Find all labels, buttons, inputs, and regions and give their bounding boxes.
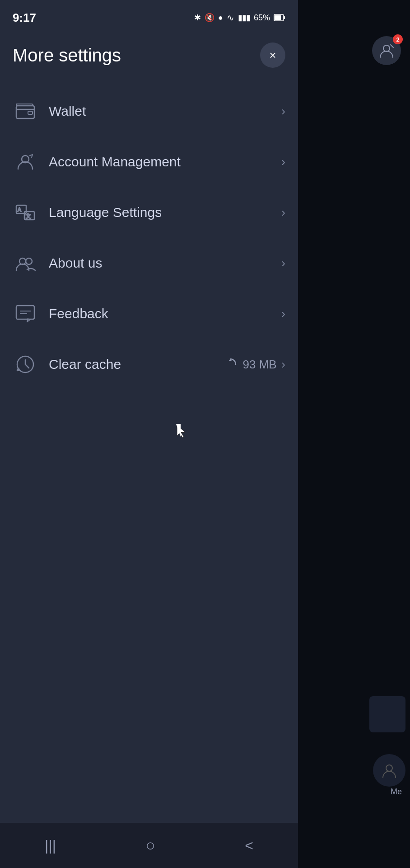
- menu-item-clear-cache[interactable]: Clear cache 93 MB ›: [0, 339, 298, 390]
- menu-item-language[interactable]: A 文 Language Settings ›: [0, 187, 298, 238]
- wifi-icon: ∿: [227, 12, 234, 23]
- language-right: ›: [281, 205, 285, 220]
- about-chevron: ›: [281, 256, 285, 270]
- refresh-icon: [222, 356, 238, 373]
- about-label: About us: [49, 255, 281, 271]
- bottom-avatar: [373, 754, 405, 787]
- nav-back-button[interactable]: <: [231, 833, 267, 859]
- clear-cache-icon: [13, 352, 38, 377]
- wallet-label: Wallet: [49, 104, 281, 119]
- about-icon: [13, 250, 38, 276]
- battery-icon: [274, 14, 285, 21]
- menu-item-about[interactable]: About us ›: [0, 238, 298, 288]
- svg-point-1: [386, 765, 392, 771]
- feedback-chevron: ›: [281, 307, 285, 321]
- clear-cache-chevron: ›: [281, 357, 285, 372]
- me-label: Me: [391, 787, 402, 797]
- svg-rect-4: [275, 15, 281, 20]
- cache-size: 93 MB: [243, 358, 277, 372]
- language-label: Language Settings: [49, 205, 281, 220]
- account-right: ›: [281, 155, 285, 169]
- about-right: ›: [281, 256, 285, 270]
- feedback-label: Feedback: [49, 306, 281, 321]
- svg-text:A: A: [18, 207, 21, 213]
- svg-text:文: 文: [26, 213, 31, 219]
- clear-cache-right: 93 MB ›: [222, 356, 285, 373]
- menu-list: Wallet › Account Management ›: [0, 77, 298, 399]
- svg-rect-5: [16, 106, 34, 118]
- page-title: More settings: [13, 45, 121, 66]
- thumbnail-area: [369, 696, 405, 732]
- header: More settings ×: [0, 32, 298, 77]
- wallet-chevron: ›: [281, 104, 285, 118]
- feedback-right: ›: [281, 307, 285, 321]
- status-icons: ✱ 🔇 ● ∿ ▮▮▮ 65%: [194, 12, 285, 23]
- profile-icon[interactable]: 2: [372, 36, 401, 65]
- signal-icon: ▮▮▮: [238, 13, 250, 23]
- svg-point-0: [383, 45, 390, 52]
- account-icon: [13, 149, 38, 175]
- mute-icon: 🔇: [205, 13, 214, 23]
- nav-home-button[interactable]: ○: [132, 831, 169, 859]
- thumbnail-box: [369, 696, 405, 732]
- main-panel: 9:17 ✱ 🔇 ● ∿ ▮▮▮ 65% More settings ×: [0, 0, 298, 868]
- close-icon: ×: [269, 48, 276, 62]
- account-label: Account Management: [49, 154, 281, 170]
- status-time: 9:17: [13, 11, 36, 25]
- profile-area: 2: [372, 36, 401, 65]
- svg-point-13: [26, 258, 32, 264]
- svg-rect-3: [284, 16, 285, 19]
- menu-item-account[interactable]: Account Management ›: [0, 137, 298, 187]
- menu-item-wallet[interactable]: Wallet ›: [0, 86, 298, 137]
- language-chevron: ›: [281, 205, 285, 220]
- menu-item-feedback[interactable]: Feedback ›: [0, 288, 298, 339]
- wallet-right: ›: [281, 104, 285, 118]
- language-icon: A 文: [13, 200, 38, 225]
- background-right-panel: [293, 0, 410, 868]
- location-icon: ●: [218, 13, 223, 23]
- svg-rect-14: [16, 306, 34, 319]
- clear-cache-label: Clear cache: [49, 357, 222, 372]
- wallet-icon: [13, 99, 38, 124]
- nav-menu-button[interactable]: |||: [31, 833, 70, 859]
- close-button[interactable]: ×: [260, 42, 285, 68]
- nav-bar: ||| ○ <: [0, 823, 298, 868]
- notification-badge: 2: [393, 34, 403, 44]
- account-chevron: ›: [281, 155, 285, 169]
- feedback-icon: [13, 301, 38, 326]
- status-bar: 9:17 ✱ 🔇 ● ∿ ▮▮▮ 65%: [0, 0, 298, 32]
- svg-rect-6: [28, 111, 33, 114]
- bluetooth-icon: ✱: [194, 13, 201, 23]
- battery-text: 65%: [254, 13, 270, 23]
